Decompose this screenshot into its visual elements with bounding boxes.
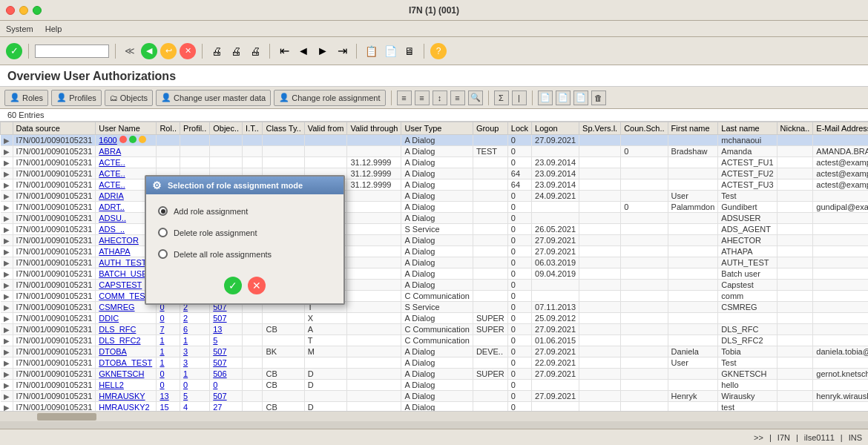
toolbar-print3[interactable]: 🖨 bbox=[247, 43, 263, 59]
maximize-button[interactable] bbox=[33, 6, 42, 15]
role-assignment-dialog: ⚙ Selection of role assignment mode Add … bbox=[145, 175, 345, 305]
status-sep-2: | bbox=[796, 433, 798, 442]
close-button[interactable] bbox=[6, 6, 15, 15]
status-mode: INS bbox=[849, 433, 862, 442]
dialog-title: Selection of role assignment mode bbox=[168, 181, 303, 190]
dialog-footer: ✓ ✕ bbox=[146, 271, 343, 303]
menu-help[interactable]: Help bbox=[45, 24, 62, 33]
menu-system[interactable]: System bbox=[6, 24, 33, 33]
radio-add[interactable] bbox=[158, 206, 168, 216]
option-add-label: Add role assignment bbox=[174, 207, 248, 216]
toolbar-nav-green[interactable]: ◀ bbox=[141, 43, 157, 59]
option-delete-all-label: Delete all role assignments bbox=[174, 250, 272, 259]
dialog-cancel-button[interactable]: ✕ bbox=[248, 277, 266, 294]
toolbar-separator-4 bbox=[269, 44, 270, 59]
status-sep-1: | bbox=[769, 433, 772, 442]
main-area: Overview User Authorizations 👤 Roles 👤 P… bbox=[0, 65, 868, 421]
dialog-header-icon: ⚙ bbox=[152, 179, 162, 191]
status-bar: >> | I7N | ilse0111 | INS bbox=[0, 429, 868, 445]
toolbar-arrow1[interactable]: ⇤ bbox=[276, 43, 292, 59]
status-arrows: >> bbox=[754, 433, 763, 442]
dialog-body: Add role assignment Delete role assignme… bbox=[146, 194, 343, 271]
toolbar-help-button[interactable]: ? bbox=[430, 43, 447, 59]
toolbar-search-input[interactable] bbox=[35, 44, 109, 58]
toolbar-back-icon[interactable]: ≪ bbox=[122, 43, 138, 59]
status-user: ilse0111 bbox=[804, 433, 835, 442]
option-delete-role[interactable]: Delete role assignment bbox=[158, 225, 332, 240]
option-add-role[interactable]: Add role assignment bbox=[158, 203, 332, 219]
toolbar-check-button[interactable]: ✓ bbox=[6, 43, 22, 59]
toolbar-arrow4[interactable]: ⇥ bbox=[334, 43, 350, 59]
menu-bar: System Help bbox=[0, 21, 868, 37]
toolbar-separator-6 bbox=[424, 44, 424, 59]
dialog-header: ⚙ Selection of role assignment mode bbox=[146, 177, 343, 194]
toolbar-nav-orange[interactable]: ↩ bbox=[160, 43, 177, 59]
title-bar: I7N (1) (001) bbox=[0, 0, 868, 21]
toolbar-arrow2[interactable]: ◄ bbox=[295, 43, 312, 59]
option-delete-all[interactable]: Delete all role assignments bbox=[158, 246, 332, 262]
radio-delete[interactable] bbox=[158, 228, 168, 237]
toolbar-separator-5 bbox=[356, 44, 357, 59]
toolbar-separator-3 bbox=[202, 44, 203, 59]
toolbar-copy[interactable]: 📋 bbox=[363, 43, 379, 59]
toolbar-arrow3[interactable]: ► bbox=[315, 43, 331, 59]
dialog-ok-button[interactable]: ✓ bbox=[224, 277, 242, 294]
minimize-button[interactable] bbox=[19, 6, 28, 15]
window-title: I7N (1) (001) bbox=[409, 5, 459, 16]
toolbar-print2[interactable]: 🖨 bbox=[228, 43, 244, 59]
toolbar-paste[interactable]: 📄 bbox=[382, 43, 398, 59]
traffic-lights[interactable] bbox=[6, 6, 42, 15]
modal-overlay: ⚙ Selection of role assignment mode Add … bbox=[0, 65, 868, 421]
toolbar-print1[interactable]: 🖨 bbox=[208, 43, 225, 59]
toolbar-nav-red[interactable]: ✕ bbox=[180, 43, 196, 59]
toolbar: ✓ ≪ ◀ ↩ ✕ 🖨 🖨 🖨 ⇤ ◄ ► ⇥ 📋 📄 🖥 ? bbox=[0, 37, 868, 65]
radio-delete-all[interactable] bbox=[158, 249, 168, 259]
status-sep-3: | bbox=[841, 433, 843, 442]
toolbar-separator-2 bbox=[115, 44, 116, 59]
toolbar-separator-1 bbox=[28, 44, 29, 59]
option-delete-label: Delete role assignment bbox=[174, 228, 257, 237]
toolbar-screen[interactable]: 🖥 bbox=[401, 43, 418, 59]
status-session: I7N bbox=[777, 433, 790, 442]
